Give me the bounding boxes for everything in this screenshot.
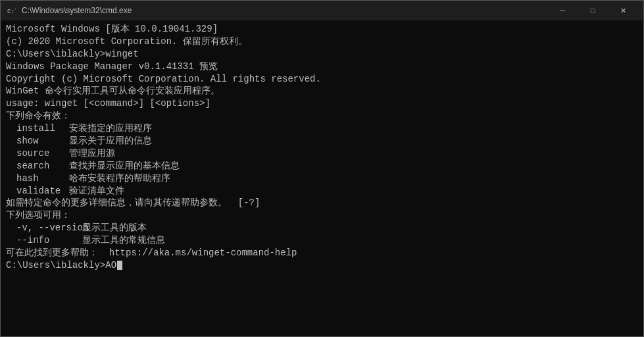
terminal-line: (c) 2020 Microsoft Corporation. 保留所有权利。 [6, 36, 638, 48]
terminal-line: usage: winget [<command>] [<options>] [6, 97, 638, 110]
prompt-line: C:\Users\iblackly>AO [6, 259, 638, 272]
terminal-line: C:\Users\iblackly>winget [6, 48, 638, 61]
terminal-line: 下列选项可用： [6, 209, 638, 222]
title-bar: C:\ C:\Windows\system32\cmd.exe ─ □ ✕ [1, 1, 643, 20]
maximize-button[interactable]: □ [578, 1, 608, 20]
terminal-line: search查找并显示应用的基本信息 [6, 160, 638, 172]
cursor [117, 261, 122, 270]
terminal-line: -v, --version显示工具的版本 [6, 222, 638, 234]
terminal-line: --info显示工具的常规信息 [6, 234, 638, 247]
close-button[interactable]: ✕ [608, 1, 638, 20]
svg-text:C:\: C:\ [7, 8, 16, 15]
window-title: C:\Windows\system32\cmd.exe [22, 6, 132, 15]
terminal-line: Microsoft Windows [版本 10.0.19041.329] [6, 23, 638, 36]
terminal-line: 下列命令有效： [6, 110, 638, 122]
terminal-line: source管理应用源 [6, 147, 638, 160]
terminal-line: Copyright (c) Microsoft Corporation. All… [6, 73, 638, 86]
terminal-line: 可在此找到更多帮助： https://aka.ms/winget-command… [6, 247, 638, 259]
terminal-body[interactable]: Microsoft Windows [版本 10.0.19041.329](c)… [1, 20, 643, 336]
terminal-line: install安装指定的应用程序 [6, 122, 638, 135]
terminal-line: show显示关于应用的信息 [6, 135, 638, 147]
terminal-line: WinGet 命令行实用工具可从命令行安装应用程序。 [6, 85, 638, 97]
title-bar-left: C:\ C:\Windows\system32\cmd.exe [6, 5, 132, 16]
cmd-icon: C:\ [6, 5, 16, 16]
terminal-line: validate验证清单文件 [6, 185, 638, 197]
terminal-line: hash哈布安装程序的帮助程序 [6, 172, 638, 185]
terminal-line: 如需特定命令的更多详细信息，请向其传递帮助参数。 [-?] [6, 197, 638, 209]
terminal-line: Windows Package Manager v0.1.41331 预览 [6, 61, 638, 73]
minimize-button[interactable]: ─ [547, 1, 578, 20]
cmd-window: C:\ C:\Windows\system32\cmd.exe ─ □ ✕ Mi… [0, 0, 644, 337]
title-bar-controls: ─ □ ✕ [547, 1, 638, 20]
